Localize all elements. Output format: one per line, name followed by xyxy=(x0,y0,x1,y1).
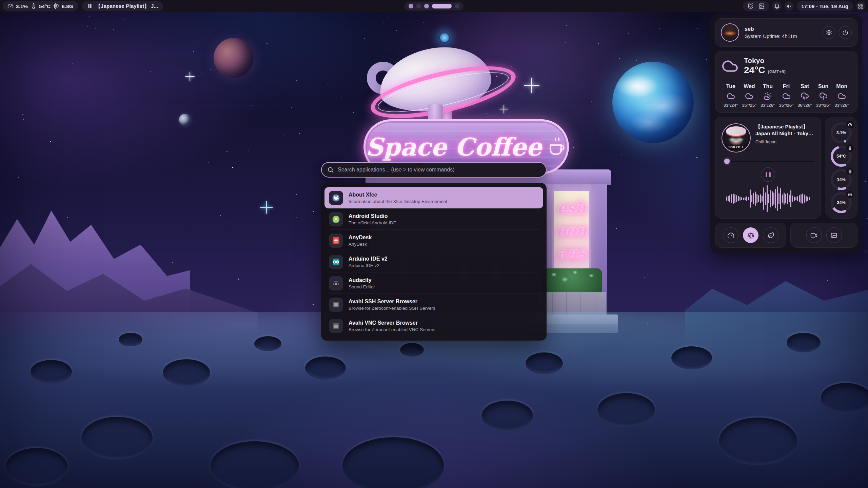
workspace-dot-empty[interactable] xyxy=(455,4,459,8)
screenshot-icon xyxy=(830,232,837,239)
memory-stat: 6.8G xyxy=(53,3,73,9)
crater xyxy=(81,417,153,460)
system-stats-pill[interactable]: 3.1% 54°C 6.8G xyxy=(3,1,78,11)
result-title: Android Studio xyxy=(349,213,396,219)
chip-icon xyxy=(53,3,59,9)
track-title: 【Japanese Playlist】 Japan All Night - To… xyxy=(755,123,814,137)
now-playing-label: 【Japanese Playlist】 J... xyxy=(96,3,158,9)
screen-record-button[interactable] xyxy=(806,227,822,243)
window-neon-text: oon xyxy=(554,219,589,242)
crater xyxy=(821,383,868,413)
result-row-about-xfce[interactable]: About XfceInformation about the Xfce Des… xyxy=(324,187,543,208)
network-port-icon xyxy=(329,298,343,312)
crater xyxy=(481,401,533,431)
workspace-dot-occupied[interactable] xyxy=(424,4,429,8)
power-icon xyxy=(842,29,848,36)
cpu-usage-stat: 3.1% xyxy=(7,3,28,9)
crater xyxy=(163,359,210,386)
power-button[interactable] xyxy=(839,26,852,39)
window-neon-text: ans xyxy=(554,242,589,264)
network-port-icon xyxy=(329,319,343,333)
weather-card: Tokyo 24°C (GMT+9) Tue 33°/24° Wed 35°/2… xyxy=(715,51,857,113)
crater xyxy=(671,346,712,369)
utilities-pill xyxy=(743,1,769,11)
crater xyxy=(210,441,299,488)
wallpaper-icon[interactable] xyxy=(758,3,765,9)
result-row-avahi-ssh[interactable]: Avahi SSH Server BrowserBrowse for Zeroc… xyxy=(324,294,543,315)
cloud-icon xyxy=(722,58,738,75)
bell-icon xyxy=(774,3,780,9)
purple-planet xyxy=(214,38,254,78)
settings-button[interactable] xyxy=(823,26,835,39)
result-row-audacity[interactable]: AudacitySound Editor xyxy=(324,272,543,294)
chip-icon xyxy=(848,169,852,174)
crater xyxy=(254,336,281,351)
cloud-icon xyxy=(745,92,753,100)
forecast-day: Fri 35°/26° xyxy=(777,83,796,108)
system-uptime: System Uptime: 4h11m xyxy=(745,33,797,39)
xfce-mouse-icon xyxy=(329,191,343,205)
screenshot-button[interactable] xyxy=(826,227,842,243)
result-subtitle: Information about the Xfce Desktop Envir… xyxy=(349,199,447,204)
crater xyxy=(719,418,797,465)
search-box[interactable] xyxy=(321,162,547,178)
cloud-icon xyxy=(727,92,735,100)
crater xyxy=(787,333,821,352)
avatar[interactable] xyxy=(721,23,739,42)
dashboard-button[interactable] xyxy=(856,1,865,11)
memory-value: 6.8G xyxy=(62,3,73,9)
crater xyxy=(119,333,142,346)
result-row-android-studio[interactable]: Android StudioThe official Android IDE xyxy=(324,208,543,230)
forecast-day: Mon 33°/26° xyxy=(832,83,851,108)
result-row-arduino[interactable]: Arduino IDE v2Arduino IDE v2 xyxy=(324,251,543,272)
video-camera-icon xyxy=(810,232,817,239)
crater xyxy=(5,448,68,486)
leaf-icon xyxy=(767,232,774,239)
anydesk-icon xyxy=(329,233,343,248)
search-input[interactable] xyxy=(338,167,540,173)
forecast-day: Wed 35°/25° xyxy=(740,83,759,108)
result-row-avahi-vnc[interactable]: Avahi VNC Server BrowserBrowse for Zeroc… xyxy=(324,315,543,337)
gauge-icon xyxy=(848,123,852,127)
small-moon xyxy=(179,114,191,125)
divider xyxy=(722,80,851,80)
clock-pill[interactable]: 17:09 - Tue, 19 Aug xyxy=(796,1,853,11)
window-neon-text: esh xyxy=(554,197,589,219)
forecast-day: Tue 33°/24° xyxy=(722,83,740,108)
result-title: Avahi SSH Server Browser xyxy=(349,299,435,305)
result-title: Avahi VNC Server Browser xyxy=(349,320,436,326)
volume-button[interactable] xyxy=(784,1,794,11)
seek-thumb[interactable] xyxy=(724,159,730,164)
profile-powersaver-button[interactable] xyxy=(763,227,778,243)
cloud-rain-icon xyxy=(801,92,809,100)
workspace-dots xyxy=(405,2,463,11)
now-playing-pill[interactable]: 【Japanese Playlist】 J... xyxy=(82,1,163,11)
result-subtitle: Arduino IDE v2 xyxy=(349,263,388,268)
cloud-icon xyxy=(782,92,791,100)
user-card: seb System Uptime: 4h11m xyxy=(715,18,857,47)
crater xyxy=(597,393,655,427)
grid-icon xyxy=(858,3,864,9)
result-row-anydesk[interactable]: AnyDeskAnyDesk xyxy=(324,230,543,251)
profile-balanced-button[interactable] xyxy=(743,227,758,243)
cat-icon[interactable] xyxy=(748,3,754,9)
seek-slider[interactable] xyxy=(722,159,814,164)
workspace-dot-empty[interactable] xyxy=(416,4,421,8)
result-subtitle: AnyDesk xyxy=(349,242,372,247)
cloud-sun-icon xyxy=(764,92,772,100)
album-art-caption: TOKYO L xyxy=(722,145,750,149)
control-side-panel: seb System Uptime: 4h11m Tokyo 24°C (GMT… xyxy=(710,14,862,253)
play-pause-button[interactable] xyxy=(761,167,775,182)
track-artist: Chill Japan. xyxy=(755,140,814,144)
notifications-button[interactable] xyxy=(772,1,782,11)
crater xyxy=(31,360,72,384)
workspace-dot-occupied[interactable] xyxy=(409,4,413,8)
gauge-icon xyxy=(7,3,14,9)
profile-performance-button[interactable] xyxy=(723,227,738,243)
workspace-dot-active[interactable] xyxy=(432,4,452,8)
memory-ring: 14% xyxy=(831,169,852,190)
shop-window: esh oon ans xyxy=(552,189,591,272)
search-results: About XfceInformation about the Xfce Des… xyxy=(321,183,547,341)
sign-neon-text: Space Coffee xyxy=(366,133,542,161)
weather-city: Tokyo xyxy=(744,57,786,65)
